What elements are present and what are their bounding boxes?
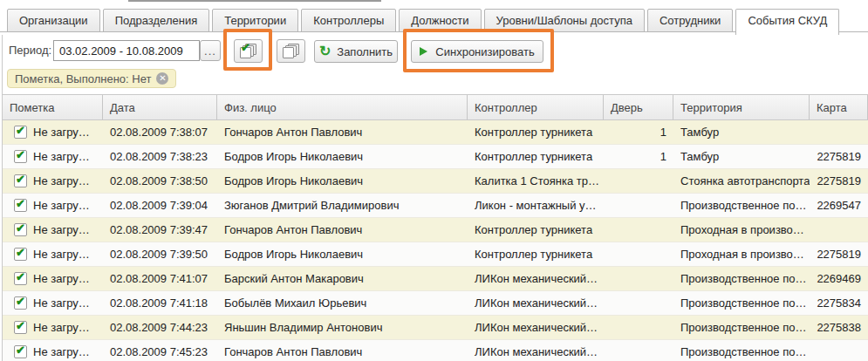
checkbox-checked[interactable]: ✔ [14, 174, 27, 187]
synchronize-button[interactable]: Синхронизировать [411, 40, 543, 63]
mark-label: Не загру… [33, 199, 90, 212]
cell-date: 02.08.2009 7:38:50 [103, 169, 217, 193]
check-icon: ✔ [241, 42, 250, 53]
checkbox-checked[interactable]: ✔ [14, 272, 27, 285]
cell-door [604, 340, 673, 361]
mark-label: Не загру… [33, 321, 90, 334]
column-header-controller[interactable]: Контроллер [468, 95, 604, 119]
mark-label: Не загру… [33, 150, 90, 163]
column-header-card[interactable]: Карта [810, 95, 868, 119]
cell-person: Барский Антон Макарович [217, 267, 468, 290]
cell-date: 02.08.2009 7:39:47 [103, 218, 217, 242]
set-mark-button[interactable]: ✔ [234, 39, 263, 63]
table-row[interactable]: ✔Не загру…02.08.2009 7:39:04Зюганов Дмит… [3, 194, 868, 218]
cell-card: 2275838 [810, 316, 868, 339]
tab-4[interactable]: Должности [399, 9, 481, 32]
column-header-person[interactable]: Физ. лицо [217, 95, 468, 119]
period-picker-button[interactable]: ... [200, 40, 221, 61]
refresh-icon: ↻ [319, 44, 331, 58]
cell-door: 1 [604, 120, 673, 144]
cell-territory: Производственное по… [673, 267, 810, 290]
tab-2[interactable]: Территории [212, 9, 298, 32]
checkbox-checked[interactable]: ✔ [14, 126, 27, 139]
cell-mark: ✔Не загру… [3, 120, 103, 144]
table-row[interactable]: ✔Не загру…02.08.2009 7:38:07Гончаров Ант… [3, 120, 868, 145]
column-header-mark[interactable]: Пометка [3, 95, 103, 119]
cell-controller: ЛИКон механический… [468, 267, 604, 290]
check-icon: ✔ [16, 320, 25, 331]
cell-mark: ✔Не загру… [3, 291, 103, 315]
cell-mark: ✔Не загру… [3, 169, 103, 193]
cell-person: Гончаров Антон Павлович [217, 218, 468, 242]
table-row[interactable]: ✔Не загру…02.08.2009 7:41:18Бобылёв Миха… [3, 291, 868, 316]
stacked-sheets-green-check-icon: ✔ [240, 44, 256, 58]
cell-door [604, 194, 673, 217]
cell-mark: ✔Не загру… [3, 218, 103, 242]
check-icon: ✔ [16, 271, 25, 283]
column-header-door[interactable]: Дверь [604, 95, 673, 119]
cell-door [604, 316, 673, 339]
cell-date: 02.08.2009 7:38:07 [103, 120, 217, 144]
table-row[interactable]: ✔Не загру…02.08.2009 7:39:47Гончаров Ант… [3, 218, 868, 242]
cell-person: Гончаров Антон Павлович [217, 340, 468, 361]
cell-card [810, 218, 868, 242]
cell-controller: ЛИКон механический… [468, 316, 604, 339]
period-label: Период: [9, 40, 51, 61]
cell-territory: Тамбур [673, 145, 810, 168]
table-row[interactable]: ✔Не загру…02.08.2009 7:45:23Гончаров Ант… [3, 340, 868, 361]
clear-mark-button[interactable] [277, 39, 305, 63]
check-icon: ✔ [16, 296, 25, 307]
cell-date: 02.08.2009 7:39:50 [103, 242, 217, 266]
mark-label: Не загру… [33, 126, 90, 139]
tab-1[interactable]: Подразделения [103, 9, 210, 32]
cell-person: Бобылёв Михаил Юрьевич [217, 291, 468, 315]
cell-person: Зюганов Дмитрий Владимирович [217, 194, 468, 217]
fill-button[interactable]: ↻ Заполнить [314, 40, 398, 63]
tab-6[interactable]: Сотрудники [647, 9, 733, 32]
cell-door [604, 169, 673, 193]
checkbox-checked[interactable]: ✔ [14, 150, 27, 163]
cell-door: 1 [604, 145, 673, 168]
checkbox-checked[interactable]: ✔ [14, 223, 27, 236]
cell-mark: ✔Не загру… [3, 194, 103, 217]
filter-chip-label: Пометка, Выполнено: Нет [15, 72, 151, 85]
column-header-territory[interactable]: Территория [673, 95, 810, 119]
cell-mark: ✔Не загру… [3, 267, 103, 290]
checkbox-checked[interactable]: ✔ [14, 321, 27, 334]
cell-date: 02.08.2009 7:44:23 [103, 316, 217, 339]
checkbox-checked[interactable]: ✔ [14, 199, 27, 212]
table-row[interactable]: ✔Не загру…02.08.2009 7:38:50Бодров Игорь… [3, 169, 868, 194]
stacked-sheets-icon [283, 44, 299, 58]
cell-door [604, 242, 673, 266]
table-row[interactable]: ✔Не загру…02.08.2009 7:38:23Бодров Игорь… [3, 145, 868, 169]
cell-door [604, 267, 673, 290]
tab-7-active[interactable]: События СКУД [735, 9, 839, 35]
cell-territory: Проходная в произво… [673, 242, 810, 266]
cell-card [810, 340, 868, 361]
checkbox-checked[interactable]: ✔ [14, 345, 27, 358]
cell-territory: Стоянка автотранспорта [673, 169, 810, 193]
mark-label: Не загру… [33, 272, 90, 285]
checkbox-checked[interactable]: ✔ [14, 296, 27, 310]
column-header-date[interactable]: Дата [103, 95, 217, 119]
cell-door [604, 291, 673, 315]
cell-controller: ЛИКон механический… [468, 291, 604, 315]
cell-card [810, 120, 868, 144]
checkbox-checked[interactable]: ✔ [14, 248, 27, 261]
close-icon[interactable]: ✕ [156, 72, 168, 85]
table-row[interactable]: ✔Не загру…02.08.2009 7:41:07Барский Анто… [3, 267, 868, 291]
mark-label: Не загру… [33, 174, 90, 187]
check-icon: ✔ [16, 222, 25, 234]
cell-card: 2269547 [810, 194, 868, 217]
table-row[interactable]: ✔Не загру…02.08.2009 7:39:50Бодров Игорь… [3, 242, 868, 267]
period-input[interactable] [53, 40, 200, 61]
tab-0[interactable]: Организации [7, 9, 100, 32]
check-icon: ✔ [16, 198, 25, 209]
cell-door [604, 218, 673, 242]
cell-controller: ЛИКон механический… [468, 340, 604, 361]
table-row[interactable]: ✔Не загру…02.08.2009 7:44:23Яньшин Влади… [3, 316, 868, 340]
fill-button-label: Заполнить [337, 45, 393, 58]
tab-5[interactable]: Уровни/Шаблоны доступа [484, 9, 645, 32]
tab-3[interactable]: Контроллеры [301, 9, 396, 32]
cell-mark: ✔Не загру… [3, 316, 103, 339]
